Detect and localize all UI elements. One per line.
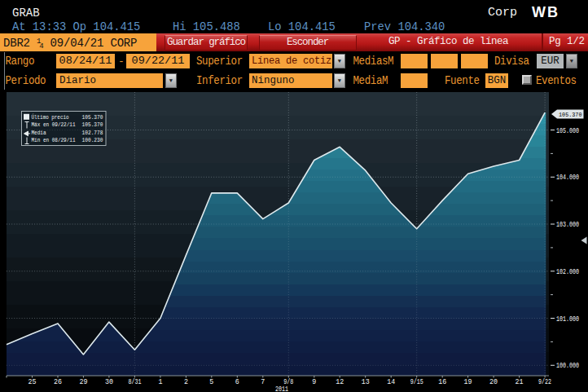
svg-text:Máx en 09/22/11: Máx en 09/22/11 [32, 121, 76, 128]
svg-text:9/8: 9/8 [283, 378, 293, 385]
svg-text:1: 1 [158, 378, 162, 385]
svg-text:12: 12 [336, 378, 344, 385]
svg-text:19: 19 [464, 378, 472, 385]
svg-text:Media: Media [32, 130, 46, 136]
svg-text:16: 16 [438, 378, 446, 385]
svg-text:103.000: 103.000 [556, 221, 579, 228]
svg-text:101.000: 101.000 [556, 315, 579, 323]
svg-text:102.778: 102.778 [82, 130, 103, 136]
svg-text:14: 14 [387, 378, 395, 385]
svg-text:Mín en 08/29/11: Mín en 08/29/11 [32, 137, 76, 143]
svg-text:105.370: 105.370 [559, 111, 582, 118]
svg-text:5: 5 [209, 378, 213, 385]
svg-text:29: 29 [79, 378, 87, 385]
svg-text:105.370: 105.370 [82, 121, 103, 128]
svg-text:105.370: 105.370 [82, 114, 103, 121]
svg-text:9/22: 9/22 [538, 378, 551, 385]
svg-text:9: 9 [312, 378, 316, 385]
svg-text:6: 6 [235, 378, 239, 385]
svg-text:30: 30 [105, 378, 113, 385]
svg-text:26: 26 [54, 378, 62, 385]
svg-text:25: 25 [29, 378, 37, 385]
svg-text:100.000: 100.000 [556, 362, 579, 369]
svg-text:9/15: 9/15 [410, 378, 423, 385]
svg-text:102.000: 102.000 [556, 268, 579, 275]
svg-text:105.000: 105.000 [556, 127, 579, 134]
svg-text:104.000: 104.000 [556, 174, 579, 181]
svg-text:Último precio: Último precio [32, 113, 69, 121]
svg-text:20: 20 [489, 378, 498, 385]
svg-text:13: 13 [362, 378, 370, 385]
svg-text:2: 2 [184, 378, 188, 385]
svg-text:7: 7 [261, 378, 265, 385]
svg-text:8/31: 8/31 [128, 378, 141, 385]
svg-text:2011: 2011 [275, 385, 288, 392]
svg-text:100.230: 100.230 [82, 137, 103, 143]
svg-text:21: 21 [516, 378, 524, 385]
